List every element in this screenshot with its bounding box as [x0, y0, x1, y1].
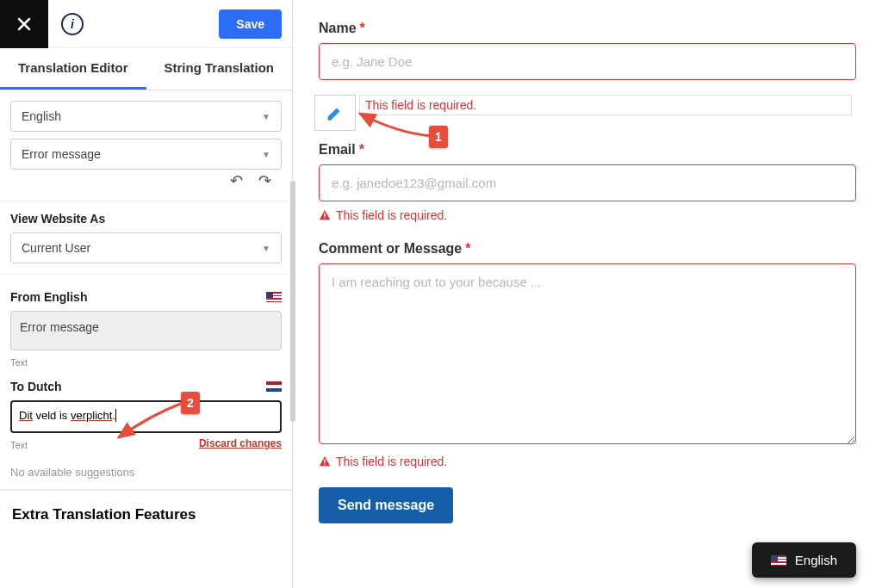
svg-rect-2 — [324, 459, 325, 462]
to-text-input[interactable]: Dit veld is verplicht. — [10, 400, 282, 433]
to-label: To Dutch — [10, 380, 62, 393]
type-select-value: Error message — [22, 147, 101, 161]
warning-icon — [319, 209, 331, 221]
language-switcher[interactable]: English — [752, 542, 856, 578]
sidebar: i Save Translation Editor String Transla… — [0, 0, 293, 588]
close-icon — [16, 15, 33, 33]
chevron-down-icon: ▼ — [262, 150, 270, 159]
comment-error: This field is required. — [336, 455, 447, 468]
email-input[interactable] — [319, 164, 856, 201]
tabs: Translation Editor String Translation — [0, 48, 292, 90]
comment-input[interactable] — [319, 263, 856, 444]
flag-us-icon — [771, 555, 786, 566]
language-switcher-label: English — [795, 553, 837, 567]
flag-nl-icon — [266, 381, 282, 392]
tab-string-translation[interactable]: String Translation — [146, 48, 293, 90]
name-input[interactable] — [319, 43, 856, 80]
save-button[interactable]: Save — [219, 9, 282, 39]
from-text: Error message — [10, 311, 282, 350]
inline-error-strip[interactable]: This field is required. — [359, 95, 852, 115]
view-as-select[interactable]: Current User ▼ — [10, 232, 282, 263]
close-button[interactable] — [0, 0, 48, 48]
annotation-badge-2: 2 — [181, 392, 200, 414]
email-error: This field is required. — [336, 208, 447, 222]
pencil-icon — [326, 103, 345, 122]
main-preview: Name* Email* This field is required. Com… — [293, 0, 882, 588]
to-caption: Text — [10, 440, 28, 450]
tab-translation-editor[interactable]: Translation Editor — [0, 48, 146, 90]
comment-label: Comment or Message — [319, 241, 462, 256]
suggestions-text: No available suggestions — [10, 466, 282, 479]
send-message-button[interactable]: Send message — [319, 487, 453, 523]
svg-rect-1 — [324, 218, 325, 219]
info-button[interactable]: i — [48, 0, 96, 48]
extra-features-heading: Extra Translation Features — [0, 490, 292, 539]
edit-translation-button[interactable] — [314, 95, 356, 131]
view-as-label: View Website As — [10, 212, 282, 226]
chevron-down-icon: ▼ — [262, 244, 270, 253]
info-icon: i — [61, 13, 84, 35]
svg-rect-0 — [324, 213, 325, 216]
from-caption: Text — [10, 357, 282, 368]
from-label: From English — [10, 290, 87, 304]
top-bar: i Save — [0, 0, 292, 48]
language-select-value: English — [22, 109, 61, 123]
discard-changes-link[interactable]: Discard changes — [199, 437, 282, 449]
svg-rect-3 — [324, 464, 325, 465]
type-select[interactable]: Error message ▼ — [10, 139, 282, 170]
warning-icon — [319, 455, 331, 467]
annotation-badge-1: 1 — [429, 126, 448, 148]
redo-button[interactable]: ↷ — [258, 171, 271, 190]
name-label: Name — [319, 21, 357, 35]
undo-button[interactable]: ↶ — [230, 171, 243, 190]
email-label: Email — [319, 142, 356, 157]
flag-us-icon — [266, 292, 282, 302]
view-as-value: Current User — [22, 241, 90, 255]
chevron-down-icon: ▼ — [262, 112, 270, 121]
language-select[interactable]: English ▼ — [10, 101, 282, 132]
